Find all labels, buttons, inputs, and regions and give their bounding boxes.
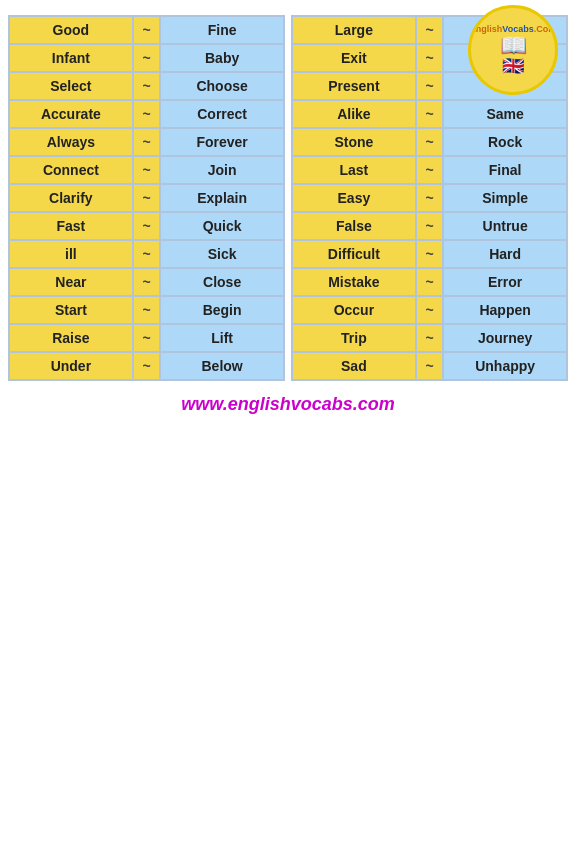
synonym-cell: Choose [160,72,284,100]
word-cell: Accurate [9,100,133,128]
word-cell: Connect [9,156,133,184]
word-cell: Alike [292,100,416,128]
word-cell: Stone [292,128,416,156]
table-row: Start~Begin [9,296,284,324]
tilde-cell: ~ [416,212,444,240]
synonym-cell: Correct [160,100,284,128]
tilde-cell: ~ [133,156,161,184]
table-row: Always~Forever [9,128,284,156]
synonym-cell: Quick [160,212,284,240]
synonym-cell: Untrue [443,212,567,240]
synonym-cell: Fine [160,16,284,44]
table-row: Fast~Quick [9,212,284,240]
table-row: Trip~Journey [292,324,567,352]
synonym-cell: Sick [160,240,284,268]
table-row: Stone~Rock [292,128,567,156]
table-row: Select~Choose [9,72,284,100]
table-row: Near~Close [9,268,284,296]
tilde-cell: ~ [416,240,444,268]
synonym-cell: Hard [443,240,567,268]
footer: www.englishvocabs.com [0,386,576,421]
table-row: Difficult~Hard [292,240,567,268]
word-cell: Clarify [9,184,133,212]
tilde-cell: ~ [133,296,161,324]
synonym-cell: Explain [160,184,284,212]
tilde-cell: ~ [133,16,161,44]
synonym-cell: Baby [160,44,284,72]
word-cell: Easy [292,184,416,212]
synonym-cell: Error [443,268,567,296]
synonym-cell: Unhappy [443,352,567,380]
synonym-cell: Forever [160,128,284,156]
word-cell: Large [292,16,416,44]
synonym-cell: Lift [160,324,284,352]
tilde-cell: ~ [416,100,444,128]
synonym-cell: Join [160,156,284,184]
table-row: Good~Fine [9,16,284,44]
table-row: Accurate~Correct [9,100,284,128]
synonym-cell: Journey [443,324,567,352]
word-cell: Present [292,72,416,100]
tilde-cell: ~ [416,128,444,156]
table-row: Last~Final [292,156,567,184]
tilde-cell: ~ [416,184,444,212]
tilde-cell: ~ [416,352,444,380]
tilde-cell: ~ [133,184,161,212]
table-row: Connect~Join [9,156,284,184]
table-row: Easy~Simple [292,184,567,212]
word-cell: Near [9,268,133,296]
tilde-cell: ~ [416,296,444,324]
tilde-cell: ~ [133,324,161,352]
tilde-cell: ~ [133,44,161,72]
table-row: Occur~Happen [292,296,567,324]
table-row: Alike~Same [292,100,567,128]
word-cell: Sad [292,352,416,380]
word-cell: Trip [292,324,416,352]
tilde-cell: ~ [416,44,444,72]
word-cell: Always [9,128,133,156]
synonym-cell: Close [160,268,284,296]
tilde-cell: ~ [133,72,161,100]
table-row: Under~Below [9,352,284,380]
page-header: EnglishVocabs.Com 📖 🇬🇧 [0,0,576,15]
tilde-cell: ~ [416,16,444,44]
word-cell: Occur [292,296,416,324]
word-cell: Good [9,16,133,44]
word-cell: Select [9,72,133,100]
synonym-cell: Rock [443,128,567,156]
word-cell: Mistake [292,268,416,296]
table-row: Mistake~Error [292,268,567,296]
word-cell: False [292,212,416,240]
word-cell: Fast [9,212,133,240]
flag-icon: 🇬🇧 [502,57,524,75]
word-cell: Raise [9,324,133,352]
word-cell: Under [9,352,133,380]
tilde-cell: ~ [416,72,444,100]
word-cell: ill [9,240,133,268]
table-row: ill~Sick [9,240,284,268]
synonym-cell: Same [443,100,567,128]
footer-url: www.englishvocabs.com [181,394,394,414]
word-cell: Infant [9,44,133,72]
synonym-cell: Begin [160,296,284,324]
word-cell: Start [9,296,133,324]
tilde-cell: ~ [416,268,444,296]
table-row: False~Untrue [292,212,567,240]
tilde-cell: ~ [133,240,161,268]
tilde-cell: ~ [416,324,444,352]
table-row: Clarify~Explain [9,184,284,212]
tilde-cell: ~ [133,212,161,240]
synonym-cell: Below [160,352,284,380]
left-table: Good~FineInfant~BabySelect~ChooseAccurat… [8,15,285,381]
tilde-cell: ~ [133,100,161,128]
synonym-cell: Final [443,156,567,184]
table-row: Infant~Baby [9,44,284,72]
book-icon: 📖 [500,35,527,57]
word-cell: Last [292,156,416,184]
logo: EnglishVocabs.Com 📖 🇬🇧 [468,5,558,95]
tilde-cell: ~ [133,128,161,156]
word-cell: Difficult [292,240,416,268]
tilde-cell: ~ [416,156,444,184]
tilde-cell: ~ [133,352,161,380]
table-row: Raise~Lift [9,324,284,352]
